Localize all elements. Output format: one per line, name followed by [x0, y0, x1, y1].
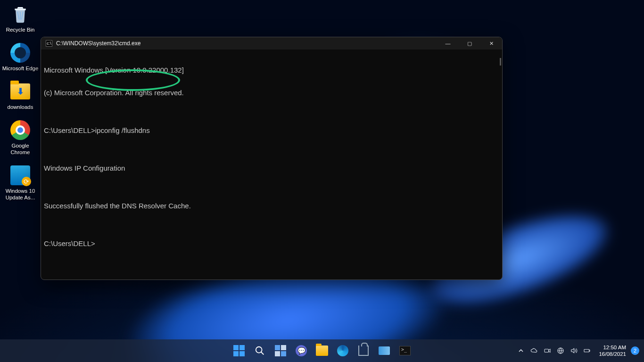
chat-button[interactable]: 💬	[292, 342, 310, 360]
terminal-line: (c) Microsoft Corporation. All rights re…	[44, 89, 499, 97]
svg-rect-7	[589, 350, 590, 352]
taskbar-center: 💬	[230, 342, 414, 360]
cmd-button[interactable]	[396, 342, 414, 360]
scrollbar[interactable]	[500, 58, 501, 66]
steps-recorder-icon	[379, 346, 390, 355]
terminal-line: C:\Users\DELL>ipconfig /flushdns	[44, 127, 499, 134]
store-icon	[358, 346, 369, 356]
window-title: C:\WINDOWS\system32\cmd.exe	[56, 40, 140, 47]
minimize-button[interactable]: —	[437, 37, 459, 49]
terminal-line: Windows IP Configuration	[44, 165, 499, 172]
terminal-line: Microsoft Windows [Version 10.0.22000.13…	[44, 66, 499, 74]
edge-icon	[337, 345, 348, 356]
system-tray: 12:50 AM 16/08/2021 2	[517, 344, 644, 357]
svg-marker-5	[571, 348, 574, 353]
widgets-icon	[275, 345, 286, 356]
camera-icon	[544, 347, 551, 354]
cmd-window[interactable]: c:\ C:\WINDOWS\system32\cmd.exe — ▢ ✕ Mi…	[41, 37, 503, 280]
chat-icon: 💬	[296, 345, 307, 356]
svg-line-1	[261, 352, 264, 355]
taskbar: 💬 12:50 AM 16/08/2021 2	[0, 339, 644, 362]
start-button[interactable]	[230, 342, 248, 360]
store-button[interactable]	[355, 342, 372, 360]
battery-icon	[583, 347, 591, 354]
chrome-icon	[10, 120, 31, 140]
search-icon	[255, 346, 265, 356]
battery-tray[interactable]	[583, 346, 591, 355]
clock[interactable]: 12:50 AM 16/08/2021	[599, 344, 626, 357]
widgets-button[interactable]	[272, 342, 289, 360]
maximize-button[interactable]: ▢	[459, 37, 480, 49]
notification-count: 2	[634, 348, 636, 354]
terminal-body[interactable]: Microsoft Windows [Version 10.0.22000.13…	[41, 49, 502, 280]
svg-rect-2	[545, 349, 549, 353]
search-button[interactable]	[251, 342, 269, 360]
desktop-icon-downloads[interactable]: downloads	[2, 81, 39, 110]
recycle-bin-icon	[10, 4, 31, 25]
file-explorer-button[interactable]	[313, 342, 331, 360]
tray-overflow-button[interactable]	[517, 346, 525, 355]
desktop-icon-chrome[interactable]: Google Chrome	[2, 120, 39, 156]
onedrive-tray[interactable]	[530, 346, 538, 355]
desktop-icon-windows-update-assistant[interactable]: Windows 10 Update As...	[2, 165, 39, 201]
desktop-icon-label: downloads	[8, 104, 33, 110]
desktop-icon-recycle-bin[interactable]: Recycle Bin	[2, 4, 39, 33]
meet-now-tray[interactable]	[543, 346, 552, 355]
desktop-icon-label: Google Chrome	[2, 142, 39, 156]
steps-recorder-button[interactable]	[375, 342, 393, 360]
close-button[interactable]: ✕	[480, 37, 502, 49]
cmd-icon: c:\	[46, 40, 52, 47]
terminal-line: Successfully flushed the DNS Resolver Ca…	[44, 202, 499, 210]
terminal-line: C:\Users\DELL>	[44, 240, 499, 247]
notification-button[interactable]: 2	[631, 346, 639, 355]
volume-tray[interactable]	[570, 346, 578, 355]
desktop-icon-edge[interactable]: Microsoft Edge	[2, 42, 39, 72]
edge-icon	[10, 42, 31, 63]
chevron-up-icon	[518, 348, 524, 354]
language-tray[interactable]	[556, 346, 565, 355]
cmd-icon	[399, 346, 411, 355]
title-bar[interactable]: c:\ C:\WINDOWS\system32\cmd.exe — ▢ ✕	[41, 37, 502, 49]
desktop-icon-label: Microsoft Edge	[2, 65, 39, 72]
windows-update-icon	[10, 165, 31, 186]
folder-icon	[10, 81, 31, 102]
desktop-icon-label: Windows 10 Update As...	[2, 188, 39, 201]
desktop-icons: Recycle Bin Microsoft Edge downloads Goo…	[2, 4, 39, 201]
tray-time: 12:50 AM	[599, 344, 626, 351]
folder-icon	[316, 346, 328, 356]
windows-logo-icon	[233, 345, 245, 356]
cloud-icon	[530, 347, 538, 354]
globe-icon	[557, 347, 564, 354]
svg-rect-6	[584, 349, 589, 352]
tray-date: 16/08/2021	[599, 351, 626, 357]
desktop-icon-label: Recycle Bin	[6, 26, 35, 33]
svg-point-0	[256, 347, 262, 353]
speaker-icon	[570, 347, 578, 354]
edge-button[interactable]	[334, 342, 352, 360]
